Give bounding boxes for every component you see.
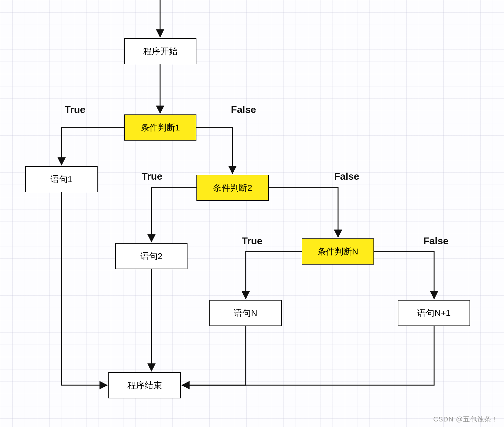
node-start: 程序开始 xyxy=(124,38,196,64)
node-stmtN: 语句N xyxy=(209,300,282,326)
grid-background xyxy=(0,0,504,427)
node-cond2: 条件判断2 xyxy=(196,175,269,201)
label-true-condN: True xyxy=(242,235,263,247)
node-condN-text: 条件判断N xyxy=(317,246,358,257)
watermark: CSDN @五包辣条！ xyxy=(433,415,498,424)
label-true-cond1: True xyxy=(65,104,86,115)
node-condN: 条件判断N xyxy=(302,238,374,265)
node-cond1-text: 条件判断1 xyxy=(141,122,180,134)
node-stmt2-text: 语句2 xyxy=(140,250,163,262)
node-stmt2: 语句2 xyxy=(115,243,187,269)
label-false-condN: False xyxy=(423,235,449,247)
node-cond2-text: 条件判断2 xyxy=(213,182,252,194)
node-start-text: 程序开始 xyxy=(143,46,178,57)
node-stmt1-text: 语句1 xyxy=(50,174,73,185)
node-end: 程序结束 xyxy=(108,372,181,398)
node-stmtN1-text: 语句N+1 xyxy=(417,307,450,319)
node-stmt1: 语句1 xyxy=(25,166,98,192)
label-true-cond2: True xyxy=(142,171,163,182)
label-false-cond2: False xyxy=(334,171,359,182)
node-stmtN1: 语句N+1 xyxy=(398,300,470,326)
node-end-text: 程序结束 xyxy=(127,380,162,391)
node-cond1: 条件判断1 xyxy=(124,114,196,141)
node-stmtN-text: 语句N xyxy=(234,307,257,319)
label-false-cond1: False xyxy=(231,104,256,115)
